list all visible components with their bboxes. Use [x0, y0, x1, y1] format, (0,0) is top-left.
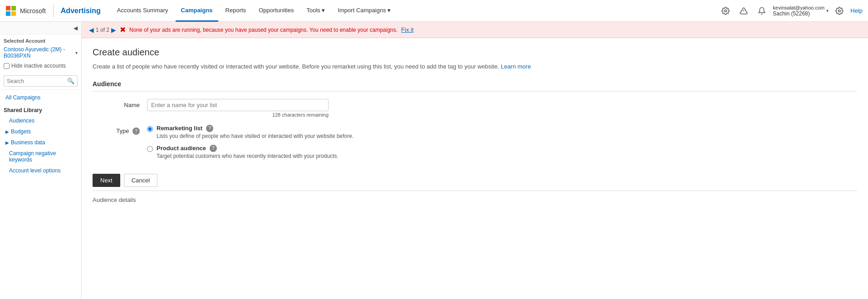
next-notification-button[interactable]: ▶ [111, 26, 116, 34]
nav-accounts-summary[interactable]: Accounts Summary [112, 0, 174, 22]
product-audience-option: Product audience ? Target potential cust… [147, 145, 857, 159]
nav-campaigns[interactable]: Campaigns [176, 0, 218, 22]
remarketing-list-radio[interactable] [147, 126, 153, 132]
account-settings-icon[interactable] [832, 4, 847, 18]
sidebar-item-all-campaigns[interactable]: All Campaigns [0, 92, 81, 103]
name-form-row: Name 128 characters remaining [93, 99, 857, 118]
collapse-arrow-icon: ◀ [74, 25, 78, 31]
fix-it-link[interactable]: Fix it [401, 26, 413, 33]
page-description: Create a list of people who have recentl… [93, 62, 857, 71]
cancel-button[interactable]: Cancel [124, 174, 157, 187]
sidebar: ◀ Selected Account Contoso Ayurvedic (2M… [0, 22, 82, 299]
notification-pagination: ◀ 1 of 2 ▶ [89, 26, 116, 34]
sidebar-item-business-data[interactable]: ▶ Business data [0, 137, 81, 148]
product-audience-desc: Target potential customers who have rece… [157, 153, 338, 159]
sidebar-divider-1 [0, 89, 81, 90]
selected-account-label: Selected Account [0, 34, 81, 44]
shared-library-label: Shared Library [0, 103, 81, 115]
user-dropdown-chevron: ▾ [826, 8, 829, 13]
notification-bar: ◀ 1 of 2 ▶ ✖ None of your ads are runnin… [82, 22, 868, 38]
remarketing-list-label: Remarketing list [157, 125, 202, 132]
microsoft-text: Microsoft [20, 7, 46, 15]
user-account-dropdown[interactable]: kevinsalat@yahoo.com Sachin (52268) ▾ [773, 5, 829, 17]
sidebar-search-box[interactable]: 🔍 [4, 75, 78, 87]
nav-tools[interactable]: Tools ▾ [301, 0, 330, 22]
name-input[interactable] [147, 99, 329, 111]
main-content: ◀ 1 of 2 ▶ ✖ None of your ads are runnin… [82, 22, 868, 299]
top-navigation: Microsoft Advertising Accounts Summary C… [0, 0, 868, 22]
user-info: kevinsalat@yahoo.com Sachin (52268) [773, 5, 824, 17]
product-audience-content: Product audience ? Target potential cust… [157, 145, 338, 159]
remarketing-help-icon[interactable]: ? [206, 125, 213, 132]
hide-inactive-checkbox-row[interactable]: Hide inactive accounts [0, 61, 81, 73]
name-field-container: 128 characters remaining [147, 99, 857, 118]
audience-section-title: Audience [93, 80, 857, 92]
svg-rect-3 [11, 11, 16, 16]
topnav-right: kevinsalat@yahoo.com Sachin (52268) ▾ He… [718, 4, 863, 18]
sidebar-collapse-button[interactable]: ◀ [0, 22, 81, 34]
type-form-row: Type ? Remarketing list ? Lists you defi… [93, 125, 857, 165]
hide-inactive-label: Hide inactive accounts [11, 63, 66, 69]
remarketing-list-desc: Lists you define of people who have visi… [157, 133, 353, 139]
notification-count: 1 of 2 [96, 27, 109, 33]
search-input[interactable] [4, 76, 64, 86]
svg-point-7 [839, 10, 841, 12]
svg-rect-2 [6, 11, 10, 16]
warning-icon[interactable] [736, 4, 751, 18]
page-title: Create audience [93, 47, 857, 58]
sidebar-item-budgets[interactable]: ▶ Budgets [0, 126, 81, 137]
notification-message: None of your ads are running, because yo… [129, 27, 397, 33]
notifications-bell-icon[interactable] [755, 4, 769, 18]
svg-rect-0 [6, 6, 10, 10]
remarketing-list-label-row: Remarketing list ? [157, 125, 353, 132]
nav-opportunities[interactable]: Opportunities [253, 0, 299, 22]
char-count: 128 characters remaining [147, 112, 329, 118]
main-layout: ◀ Selected Account Contoso Ayurvedic (2M… [0, 22, 868, 299]
sidebar-item-audiences[interactable]: Audiences [0, 115, 81, 126]
help-link[interactable]: Help [850, 7, 863, 14]
type-options-container: Remarketing list ? Lists you define of p… [147, 125, 857, 165]
type-label: Type ? [93, 125, 147, 135]
product-audience-radio[interactable] [147, 146, 153, 152]
search-icon[interactable]: 🔍 [64, 76, 77, 86]
page-content: Create audience Create a list of people … [82, 38, 868, 212]
prev-notification-button[interactable]: ◀ [89, 26, 94, 34]
remarketing-list-content: Remarketing list ? Lists you define of p… [157, 125, 353, 139]
product-audience-help-icon[interactable]: ? [210, 145, 217, 152]
remarketing-list-option: Remarketing list ? Lists you define of p… [147, 125, 857, 139]
microsoft-logo [5, 5, 16, 16]
name-label: Name [93, 99, 147, 108]
brand-name: Advertising [61, 7, 101, 15]
product-audience-label: Product audience [157, 145, 206, 152]
type-help-icon[interactable]: ? [132, 127, 140, 135]
sidebar-item-campaign-negative-keywords[interactable]: Campaign negative keywords [0, 148, 81, 165]
svg-rect-1 [11, 6, 16, 10]
account-name: Contoso Ayurvedic (2M) - B0036PXN [4, 46, 75, 59]
audience-details-label: Audience details [93, 191, 857, 203]
nav-import-campaigns[interactable]: Import Campaigns ▾ [332, 0, 396, 22]
nav-links: Accounts Summary Campaigns Reports Oppor… [112, 0, 711, 22]
settings-gear-icon[interactable] [718, 4, 733, 18]
logo-area: Microsoft [5, 5, 46, 16]
hide-inactive-checkbox[interactable] [4, 63, 10, 69]
next-button[interactable]: Next [93, 174, 120, 187]
product-audience-label-row: Product audience ? [157, 145, 338, 152]
budgets-expand-icon: ▶ [5, 129, 9, 134]
account-selector[interactable]: Contoso Ayurvedic (2M) - B0036PXN ▾ [0, 44, 81, 61]
nav-divider [53, 5, 54, 17]
action-buttons-row: Next Cancel [93, 174, 857, 187]
account-dropdown-icon: ▾ [75, 50, 78, 55]
sidebar-item-account-level-options[interactable]: Account level options [0, 165, 81, 176]
error-icon: ✖ [120, 25, 126, 34]
nav-reports[interactable]: Reports [220, 0, 252, 22]
business-data-expand-icon: ▶ [5, 140, 9, 145]
learn-more-link[interactable]: Learn more [501, 63, 531, 70]
svg-point-4 [725, 10, 727, 12]
